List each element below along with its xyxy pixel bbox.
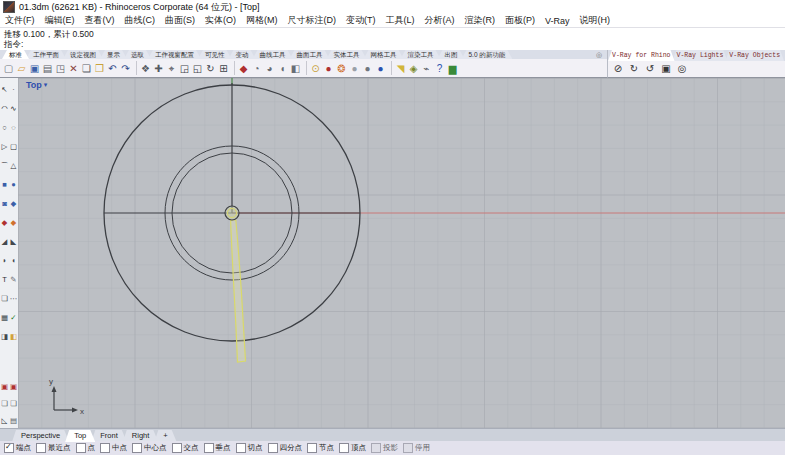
checkbox[interactable] [76, 443, 86, 453]
menu-item[interactable]: V-Ray [540, 16, 575, 26]
split-icon[interactable]: ◖ [9, 251, 18, 270]
point-icon[interactable]: · [9, 80, 18, 99]
checkbox[interactable] [4, 443, 14, 453]
osnap-toggle[interactable]: 中点 [100, 443, 127, 453]
text-icon[interactable]: T [0, 270, 9, 289]
viewport-tab[interactable]: Top [65, 430, 95, 442]
checkbox[interactable] [132, 443, 142, 453]
menu-item[interactable]: 文件(F) [0, 14, 40, 27]
menu-item[interactable]: 变动(T) [341, 14, 381, 27]
osnap-toggle[interactable]: 切点 [236, 443, 263, 453]
zoom-extents-icon[interactable]: ◱ [191, 61, 204, 76]
box-icon[interactable]: ◙ [0, 194, 9, 213]
cplane-icon[interactable]: ◺ [0, 412, 9, 429]
grid-settings-icon[interactable]: ▤ [9, 412, 18, 429]
checkbox[interactable] [403, 443, 413, 453]
viewport-canvas[interactable]: y x [18, 78, 785, 428]
boolean-union-icon[interactable]: ◆ [0, 213, 9, 232]
toolbar-tab[interactable]: 曲面工具 [290, 50, 330, 59]
osnap-toggle[interactable]: 投影 [371, 443, 398, 453]
split-view-icon[interactable]: ◨ [0, 327, 9, 346]
pan-icon[interactable]: ❖ [139, 61, 152, 76]
checkbox[interactable] [36, 443, 46, 453]
menu-item[interactable]: 曲面(S) [160, 14, 200, 27]
clipboard-view-icon[interactable]: ❏ [9, 395, 18, 412]
osnap-toggle[interactable]: 交点 [172, 443, 199, 453]
named-views-icon[interactable]: ⊞ [217, 61, 230, 76]
cut-icon[interactable]: ✕ [67, 61, 80, 76]
toolbar-tab[interactable]: 5.0 的新功能 [462, 50, 513, 59]
menu-item[interactable]: 曲线(C) [120, 14, 161, 27]
solid-icon[interactable]: ◆ [9, 194, 18, 213]
copy-icon[interactable]: ❏ [80, 61, 93, 76]
sphere-icon[interactable]: ● [9, 175, 18, 194]
shade-icon[interactable]: ◆ [237, 61, 250, 76]
checkbox[interactable] [236, 443, 246, 453]
layer-state-icon[interactable]: ◧ [289, 61, 302, 76]
render-region-icon[interactable]: ▣ [9, 378, 18, 395]
print-icon[interactable]: ▤ [41, 61, 54, 76]
ellipse-icon[interactable]: ◌ [9, 118, 18, 137]
toolbar-options-icon[interactable]: ◎ [596, 50, 606, 59]
checkbox[interactable] [100, 443, 110, 453]
render-sphere-dark-icon[interactable]: ● [361, 61, 374, 76]
toolbar-tab[interactable]: 标准 [2, 50, 29, 59]
osnap-toggle[interactable]: 四分点 [268, 443, 303, 453]
fillet-icon[interactable]: ◢ [0, 232, 9, 251]
curve-icon[interactable]: ◠ [0, 99, 9, 118]
trim-icon[interactable]: ◗ [0, 251, 9, 270]
freeform-curve-icon[interactable]: ∿ [9, 99, 18, 118]
checkbox[interactable] [172, 443, 182, 453]
menu-item[interactable]: 说明(H) [575, 14, 616, 27]
toolbar-tab[interactable]: 设定视图 [63, 50, 103, 59]
move-icon[interactable]: ✚ [152, 61, 165, 76]
menu-item[interactable]: 渲染(R) [460, 14, 501, 27]
checkbox[interactable] [371, 443, 381, 453]
vray-logo-icon[interactable]: ⊘ [611, 62, 625, 76]
menu-item[interactable]: 编辑(E) [40, 14, 80, 27]
more-tools-icon[interactable]: ⋯ [9, 289, 18, 308]
toolbar-tab[interactable]: 实体工具 [327, 50, 367, 59]
toolbar-tab[interactable]: 工作平面 [26, 50, 66, 59]
lock-object-icon[interactable]: ◖ [276, 61, 289, 76]
menu-item[interactable]: 网格(M) [241, 14, 283, 27]
menu-item[interactable]: 查看(V) [80, 14, 120, 27]
vray-frame-buffer-icon[interactable]: ▣ [659, 62, 673, 76]
light-icon[interactable]: ⊙ [309, 61, 322, 76]
undo-icon[interactable]: ↶ [106, 61, 119, 76]
osnap-toggle[interactable]: 停用 [403, 443, 430, 453]
save-icon[interactable]: ▣ [28, 61, 41, 76]
vray-render-icon[interactable]: ↻ [627, 62, 641, 76]
export-icon[interactable]: ◳ [54, 61, 67, 76]
checkbox[interactable] [307, 443, 317, 453]
vray-tab[interactable]: V-Ray Lights [673, 50, 728, 61]
menu-item[interactable]: 工具(L) [381, 14, 420, 27]
polygon-icon[interactable]: △ [9, 156, 18, 175]
vray-tab[interactable]: V-Ray Objects [725, 50, 784, 61]
image-frame-icon[interactable]: ▆ [446, 61, 459, 76]
viewport-title-menu[interactable]: Top ▾ [26, 80, 47, 90]
osnap-toggle[interactable]: 点 [76, 443, 96, 453]
menu-item[interactable]: 面板(P) [500, 14, 540, 27]
toolbar-tab[interactable]: 可见性 [198, 50, 232, 59]
checkbox[interactable] [204, 443, 214, 453]
link-icon[interactable]: ⌁ [420, 61, 433, 76]
toolbar-tab[interactable]: 工作视窗配置 [148, 50, 201, 59]
osnap-toggle[interactable]: 中心点 [132, 443, 167, 453]
toolbar-tab[interactable]: 网格工具 [364, 50, 404, 59]
osnap-toggle[interactable]: 最近点 [36, 443, 71, 453]
open-file-icon[interactable]: ▱ [15, 61, 28, 76]
redo-icon[interactable]: ↷ [119, 61, 132, 76]
rotate-view-icon[interactable]: ↻ [204, 61, 217, 76]
new-file-icon[interactable]: ▢ [2, 61, 15, 76]
gem-icon[interactable]: ◈ [407, 61, 420, 76]
toolbar-tab[interactable]: 曲线工具 [253, 50, 293, 59]
help-icon[interactable]: ? [433, 61, 446, 76]
osnap-toggle[interactable]: 节点 [307, 443, 334, 453]
group-icon[interactable]: ❏ [0, 289, 9, 308]
vray-material-editor-icon[interactable]: ↺ [643, 62, 657, 76]
select-pointer-icon[interactable]: ↖ [0, 80, 9, 99]
chamfer-icon[interactable]: ◣ [9, 232, 18, 251]
tag-icon[interactable]: ◥ [394, 61, 407, 76]
osnap-toggle[interactable]: 垂点 [204, 443, 231, 453]
